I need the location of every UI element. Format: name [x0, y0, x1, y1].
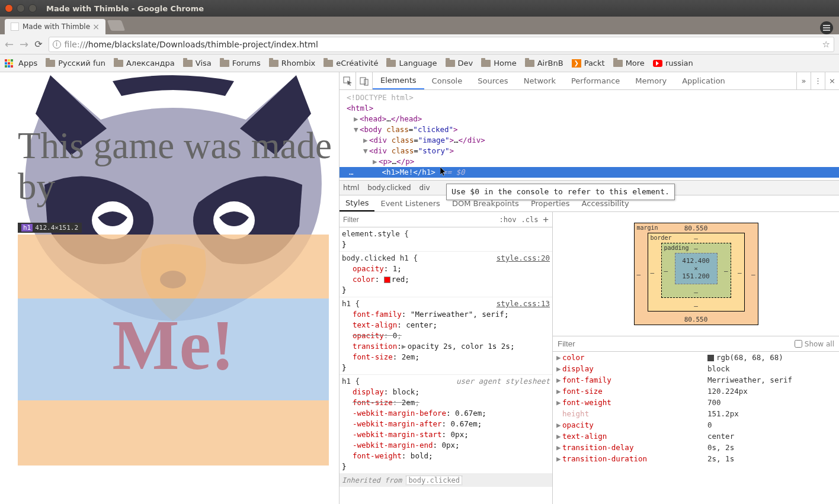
new-tab-button[interactable]: [107, 20, 126, 31]
tabs-overflow-icon[interactable]: »: [796, 72, 811, 89]
computed-row[interactable]: ▶font-weight700: [553, 397, 839, 408]
subtab-event-listeners[interactable]: Event Listeners: [374, 195, 446, 211]
element-dimensions-badge: h1 412.4×151.2: [18, 223, 82, 233]
page-intro-text: This game was made by: [18, 126, 339, 208]
bookmark-folder[interactable]: Александра: [114, 59, 175, 68]
cls-toggle[interactable]: .cls: [521, 216, 538, 224]
tab-network[interactable]: Network: [516, 72, 563, 89]
show-all-checkbox[interactable]: [795, 340, 802, 348]
dom-html[interactable]: <html>: [340, 103, 839, 114]
crumb-div[interactable]: div: [420, 184, 430, 192]
bookmark-folder[interactable]: Rhombix: [269, 59, 315, 68]
bookmark-star-icon[interactable]: ☆: [822, 39, 830, 50]
youtube-icon: [653, 60, 662, 67]
browser-tab[interactable]: Made with Thimble ×: [5, 19, 105, 34]
bookmarks-bar: Apps Русский fun Александра Visa Forums …: [0, 54, 839, 72]
new-rule-icon[interactable]: +: [543, 214, 549, 225]
computed-filter-input[interactable]: [558, 339, 658, 348]
bookmark-folder[interactable]: Русский fun: [46, 59, 105, 68]
bookmark-folder[interactable]: Dev: [446, 59, 473, 68]
computed-row[interactable]: height151.2px: [553, 408, 839, 419]
reload-icon[interactable]: ⟳: [34, 38, 42, 50]
bookmark-folder[interactable]: Forums: [220, 59, 261, 68]
styles-filter-input[interactable]: [343, 216, 432, 224]
bookmark-russian[interactable]: russian: [653, 59, 693, 68]
computed-row[interactable]: ▶colorrgb(68, 68, 68): [553, 352, 839, 363]
tab-performance[interactable]: Performance: [563, 72, 627, 89]
window-maximize-icon[interactable]: [28, 4, 37, 12]
inspect-icon[interactable]: [340, 72, 356, 89]
computed-row[interactable]: ▶transition-delay0s, 2s: [553, 442, 839, 453]
back-icon[interactable]: ←: [5, 38, 14, 50]
folder-icon: [613, 60, 623, 67]
dom-div-image[interactable]: ▶<div class="image">…</div>: [340, 135, 839, 146]
box-model[interactable]: margin 80.550 – – 80.550 border – – – –: [553, 212, 839, 336]
rule-element-style[interactable]: element.style {}: [340, 227, 552, 252]
bookmark-folder[interactable]: eCréativité: [324, 59, 378, 68]
console-tooltip: Use $0 in the console to refer to this e…: [446, 184, 675, 200]
crumb-body[interactable]: body.clicked: [367, 184, 411, 192]
rule-h1[interactable]: style.css:13 h1 { font-family: "Merriwea…: [340, 297, 552, 375]
subtab-styles[interactable]: Styles: [340, 195, 374, 211]
dom-h1-selected[interactable]: … <h1>Me!</h1> == $0: [340, 167, 839, 178]
dom-head[interactable]: ▶<head>…</head>: [340, 114, 839, 124]
highlight-margin-bottom: [18, 400, 329, 466]
url-protocol: file://: [65, 40, 85, 49]
dom-div-story[interactable]: ▼<div class="story">: [340, 146, 839, 156]
folder-icon: [114, 60, 123, 67]
packt-icon: ❯: [572, 59, 581, 68]
url-input[interactable]: i file:///home/blackslate/Downloads/thim…: [49, 37, 834, 52]
tab-close-icon[interactable]: ×: [92, 22, 100, 31]
dom-doctype[interactable]: <!DOCTYPE html>: [340, 92, 839, 103]
dom-tree[interactable]: <!DOCTYPE html> <html> ▶<head>…</head> ▼…: [340, 90, 839, 180]
dom-p[interactable]: ▶<p>…</p>: [340, 156, 839, 167]
rule-link[interactable]: style.css:20: [497, 253, 550, 264]
rule-h1-ua[interactable]: user agent stylesheet h1 { display: bloc…: [340, 375, 552, 474]
computed-row[interactable]: ▶transition-duration2s, 1s: [553, 453, 839, 464]
bookmark-folder[interactable]: More: [613, 59, 645, 68]
forward-icon[interactable]: →: [20, 38, 28, 50]
tab-application[interactable]: Application: [674, 72, 733, 89]
crumb-html[interactable]: html: [343, 184, 359, 192]
tab-sources[interactable]: Sources: [470, 72, 515, 89]
tab-console[interactable]: Console: [424, 72, 470, 89]
window-minimize-icon[interactable]: [17, 4, 25, 12]
rule-link[interactable]: style.css:13: [497, 298, 550, 309]
window-titlebar: Made with Thimble - Google Chrome: [0, 0, 839, 17]
device-toggle-icon[interactable]: [356, 72, 373, 89]
computed-row[interactable]: ▶text-aligncenter: [553, 431, 839, 442]
bookmark-folder[interactable]: AirBnB: [525, 59, 563, 68]
info-icon[interactable]: i: [53, 40, 61, 49]
devtools-menu-icon[interactable]: ⋮: [811, 72, 825, 89]
folder-icon: [525, 60, 534, 67]
avatar-icon[interactable]: [820, 21, 833, 34]
bookmark-folder[interactable]: Language: [386, 59, 437, 68]
devtools-panel: Elements Console Sources Network Perform…: [339, 72, 839, 504]
computed-row[interactable]: ▶displayblock: [553, 363, 839, 374]
rule-body-clicked-h1[interactable]: style.css:20 body.clicked h1 { opacity: …: [340, 252, 552, 297]
folder-icon: [220, 60, 229, 67]
tab-elements[interactable]: Elements: [373, 72, 424, 89]
css-rules[interactable]: element.style {} style.css:20 body.click…: [340, 227, 552, 504]
address-bar: ← → ⟳ i file:///home/blackslate/Download…: [0, 34, 839, 54]
bookmark-folder[interactable]: Visa: [183, 59, 212, 68]
devtools-close-icon[interactable]: ×: [825, 72, 839, 89]
folder-icon: [481, 60, 491, 67]
window-close-icon[interactable]: [5, 4, 13, 12]
bookmark-folder[interactable]: Home: [481, 59, 516, 68]
tab-memory[interactable]: Memory: [627, 72, 674, 89]
inherited-header: Inherited from body.clicked: [340, 474, 552, 487]
hov-toggle[interactable]: :hov: [499, 216, 517, 224]
tab-strip: Made with Thimble ×: [0, 17, 839, 34]
content-area: This game was made by Me! h1 412.4×151.2…: [0, 72, 839, 504]
dom-body[interactable]: ▼<body class="clicked">: [340, 124, 839, 135]
computed-row[interactable]: ▶font-size120.224px: [553, 386, 839, 397]
bookmark-packt[interactable]: ❯Packt: [572, 59, 605, 68]
window-title: Made with Thimble - Google Chrome: [46, 4, 204, 13]
computed-row[interactable]: ▶font-familyMerriweather, serif: [553, 374, 839, 386]
computed-row[interactable]: ▶opacity0: [553, 419, 839, 431]
url-path: /home/blackslate/Downloads/thimble-proje…: [85, 40, 318, 49]
tab-title: Made with Thimble: [23, 23, 90, 31]
computed-list[interactable]: ▶colorrgb(68, 68, 68)▶displayblock▶font-…: [553, 352, 839, 504]
apps-button[interactable]: Apps: [5, 59, 37, 68]
